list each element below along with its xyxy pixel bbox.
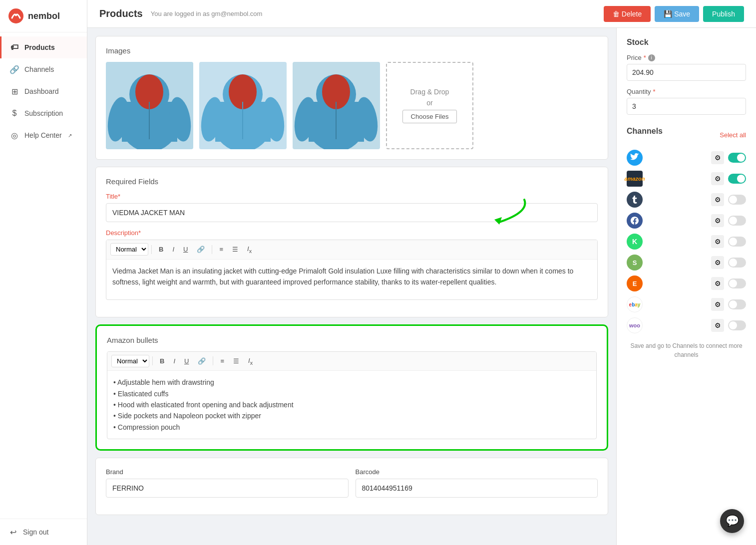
quantity-input[interactable] xyxy=(627,98,746,115)
price-field-group: Price * i xyxy=(627,54,746,81)
etsy-toggle[interactable] xyxy=(728,278,746,288)
woocommerce-icon: woo xyxy=(627,317,643,333)
price-input[interactable] xyxy=(627,64,746,81)
bullets-ordered-list-button[interactable]: ≡ xyxy=(216,355,228,367)
header: Products You are logged in as gm@nembol.… xyxy=(87,0,756,28)
twitter-gear-button[interactable]: ⚙ xyxy=(711,151,724,164)
kickstarter-icon: K xyxy=(627,234,643,250)
sidebar-item-dashboard-label: Dashboard xyxy=(24,87,59,95)
unordered-list-button[interactable]: ☰ xyxy=(228,244,242,255)
kickstarter-toggle[interactable] xyxy=(728,237,746,247)
product-image-3 xyxy=(293,62,380,149)
ordered-list-button[interactable]: ≡ xyxy=(215,244,227,255)
brand-field-group: Brand xyxy=(106,468,349,498)
main-content: Images xyxy=(87,28,616,545)
facebook-gear-button[interactable]: ⚙ xyxy=(711,214,724,227)
header-actions: 🗑 Delete 💾 Save Publish xyxy=(604,6,744,22)
signout-icon: ↩ xyxy=(8,527,18,537)
bullets-clear-button[interactable]: Ix xyxy=(244,355,257,368)
amazon-bullets-title: Amazon bullets xyxy=(107,336,597,344)
required-fields-card: Required Fields Title* Description* xyxy=(95,167,608,317)
facebook-icon xyxy=(627,213,643,229)
bullets-unordered-list-button[interactable]: ☰ xyxy=(229,355,243,367)
sidebar-item-products[interactable]: 🏷 Products xyxy=(0,36,87,58)
amazon-bullets-editor: Normal B I U 🔗 ≡ ☰ Ix • Adjustable hem w… xyxy=(107,351,597,440)
ebay-toggle[interactable] xyxy=(728,299,746,309)
sidebar-item-subscription-label: Subscription xyxy=(24,109,63,117)
barcode-label: Barcode xyxy=(356,468,598,476)
shopify-gear-button[interactable]: ⚙ xyxy=(711,256,724,269)
sidebar-item-products-label: Products xyxy=(24,43,55,51)
link-button[interactable]: 🔗 xyxy=(193,244,209,255)
etsy-gear-button[interactable]: ⚙ xyxy=(711,277,724,290)
twitter-toggle[interactable] xyxy=(728,153,746,163)
bullets-link-button[interactable]: 🔗 xyxy=(194,355,210,367)
italic-button[interactable]: I xyxy=(168,244,178,255)
header-left: Products You are logged in as gm@nembol.… xyxy=(99,8,262,19)
bullets-italic-button[interactable]: I xyxy=(169,355,179,367)
required-fields-title: Required Fields xyxy=(106,177,598,186)
ebay-gear-button[interactable]: ⚙ xyxy=(711,298,724,311)
channel-row-woocommerce: woo ⚙ xyxy=(627,317,746,333)
quantity-field-group: Quantity * xyxy=(627,88,746,115)
images-title: Images xyxy=(106,46,598,55)
brand-input[interactable] xyxy=(106,479,349,498)
title-input[interactable] xyxy=(106,203,598,222)
woocommerce-gear-button[interactable]: ⚙ xyxy=(711,319,724,332)
bullets-bold-button[interactable]: B xyxy=(156,355,168,367)
tumblr-gear-button[interactable]: ⚙ xyxy=(711,193,724,206)
product-image-2 xyxy=(199,62,287,149)
right-sidebar: Stock Price * i Quantity * xyxy=(616,28,756,545)
amazon-bullets-card: Amazon bullets Normal B I U 🔗 ≡ ☰ xyxy=(95,324,608,451)
sidebar-item-subscription[interactable]: $ Subscription xyxy=(0,102,87,124)
delete-button[interactable]: 🗑 Delete xyxy=(604,6,651,22)
sidebar-item-help[interactable]: ◎ Help Center ↗ xyxy=(0,124,87,146)
twitter-icon xyxy=(627,150,643,166)
save-button[interactable]: 💾 Save xyxy=(655,6,699,22)
description-content[interactable]: Viedma Jacket Man is an insulating jacke… xyxy=(106,260,597,299)
channel-row-shopify: S ⚙ xyxy=(627,255,746,271)
woocommerce-toggle[interactable] xyxy=(728,320,746,330)
channels-title: Channels xyxy=(627,127,663,136)
etsy-icon: E xyxy=(627,275,643,291)
underline-button[interactable]: U xyxy=(179,244,192,255)
chat-bubble-button[interactable]: 💬 xyxy=(720,509,744,533)
facebook-toggle[interactable] xyxy=(728,216,746,226)
sidebar-item-channels[interactable]: 🔗 Channels xyxy=(0,58,87,80)
sidebar-item-dashboard[interactable]: ⊞ Dashboard xyxy=(0,80,87,102)
login-status: You are logged in as gm@nembol.com xyxy=(151,10,263,17)
brand-barcode-card: Brand Barcode xyxy=(95,458,608,515)
publish-button[interactable]: Publish xyxy=(703,6,744,22)
toolbar-sep-1 xyxy=(151,245,152,254)
channel-row-ebay: ebay ⚙ xyxy=(627,296,746,312)
description-field-label: Description* xyxy=(106,229,598,237)
amazon-toggle[interactable] xyxy=(728,174,746,184)
bullets-format-select[interactable]: Normal xyxy=(111,355,149,367)
bullets-underline-button[interactable]: U xyxy=(180,355,193,367)
main: Products You are logged in as gm@nembol.… xyxy=(87,0,756,545)
tumblr-toggle[interactable] xyxy=(728,195,746,205)
drop-zone[interactable]: Drag & Drop or Choose Files xyxy=(386,62,473,149)
select-all-button[interactable]: Select all xyxy=(720,131,746,139)
barcode-input[interactable] xyxy=(356,479,598,498)
sign-out-button[interactable]: ↩ Sign out xyxy=(8,527,79,537)
description-format-select[interactable]: Normal xyxy=(110,243,148,256)
drag-drop-text: Drag & Drop xyxy=(410,88,449,96)
brand-label: Brand xyxy=(106,468,349,476)
shopify-toggle[interactable] xyxy=(728,258,746,268)
description-toolbar: Normal B I U 🔗 ≡ ☰ Ix xyxy=(106,240,597,260)
price-info-icon: i xyxy=(648,54,655,61)
amazon-gear-button[interactable]: ⚙ xyxy=(711,172,724,185)
bold-button[interactable]: B xyxy=(155,244,167,255)
logo: nembol xyxy=(0,0,87,32)
kickstarter-gear-button[interactable]: ⚙ xyxy=(711,235,724,248)
sidebar-bottom: ↩ Sign out xyxy=(0,519,87,545)
ebay-icon: ebay xyxy=(627,296,643,312)
clear-format-button[interactable]: Ix xyxy=(243,243,256,256)
choose-files-button[interactable]: Choose Files xyxy=(402,110,457,123)
amazon-icon: amazon xyxy=(627,171,643,187)
stock-section: Stock Price * i Quantity * xyxy=(627,38,746,115)
amazon-bullets-content[interactable]: • Adjustable hem with drawstring• Elasti… xyxy=(107,371,596,439)
tag-icon: 🏷 xyxy=(9,42,19,52)
barcode-field-group: Barcode xyxy=(356,468,598,498)
